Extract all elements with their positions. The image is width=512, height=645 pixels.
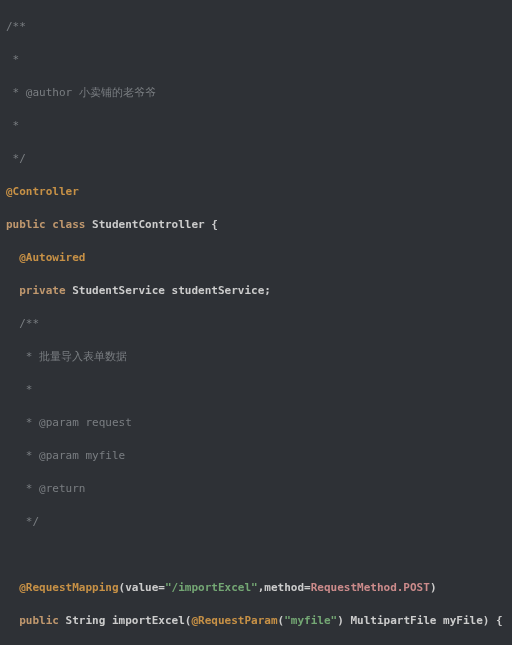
code-editor[interactable]: /** * * @author 小卖铺的老爷爷 * */ @Controller…	[0, 0, 512, 645]
annotation-autowired: @Autowired	[6, 251, 85, 264]
keyword-class: class	[52, 218, 92, 231]
doc-comment: */	[6, 515, 39, 528]
doc-comment: * @param myfile	[6, 449, 125, 462]
doc-comment: *	[6, 383, 33, 396]
doc-comment: * @author	[6, 86, 79, 99]
keyword-public: public	[6, 218, 52, 231]
annotation-request-param: @RequestParam	[191, 614, 277, 627]
keyword-public: public	[6, 614, 66, 627]
author-name: 小卖铺的老爷爷	[79, 86, 156, 99]
anno-sep: ,method=	[258, 581, 311, 594]
doc-desc: 批量导入表单数据	[39, 350, 127, 363]
doc-comment: /**	[6, 317, 39, 330]
doc-comment: *	[6, 119, 19, 132]
method-sig: String importExcel(	[66, 614, 192, 627]
doc-comment: */	[6, 152, 26, 165]
annotation-request-mapping: @RequestMapping	[6, 581, 119, 594]
doc-comment: /**	[6, 20, 26, 33]
keyword-private: private	[6, 284, 72, 297]
doc-comment: * @param request	[6, 416, 132, 429]
enum-value: RequestMethod.POST	[311, 581, 430, 594]
string-literal: "myfile"	[284, 614, 337, 627]
class-name: StudentController {	[92, 218, 218, 231]
param-rest: ) MultipartFile myFile) {	[337, 614, 503, 627]
field-decl: StudentService studentService;	[72, 284, 271, 297]
anno-open: (value=	[119, 581, 165, 594]
doc-comment: * @return	[6, 482, 85, 495]
doc-comment: *	[6, 350, 39, 363]
doc-comment: *	[6, 53, 19, 66]
anno-close: )	[430, 581, 437, 594]
annotation-controller: @Controller	[6, 185, 79, 198]
string-literal: "/importExcel"	[165, 581, 258, 594]
